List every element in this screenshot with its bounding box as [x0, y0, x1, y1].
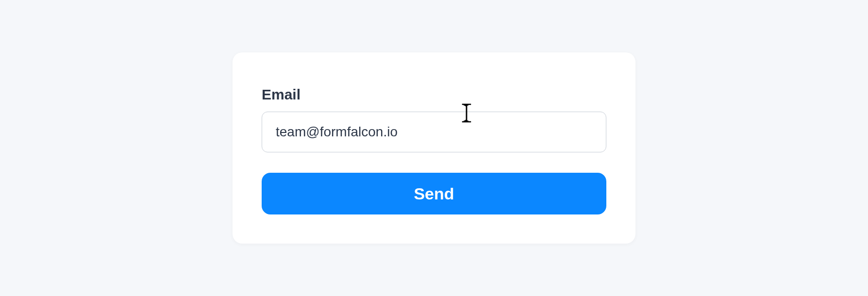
send-button[interactable]: Send — [262, 173, 606, 214]
form-card: Email Send — [233, 52, 635, 244]
email-input[interactable] — [262, 112, 606, 152]
email-label: Email — [262, 86, 606, 103]
